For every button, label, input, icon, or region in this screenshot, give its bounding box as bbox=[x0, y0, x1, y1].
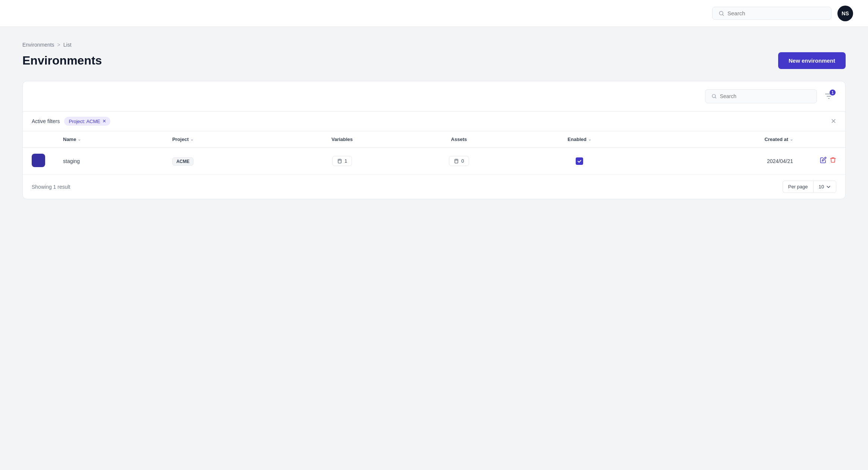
sort-icon-enabled: ⌄ bbox=[588, 137, 591, 142]
breadcrumb-separator: > bbox=[57, 42, 60, 48]
header-search-container[interactable] bbox=[712, 7, 831, 20]
col-sort-project[interactable]: Project ⌄ bbox=[172, 137, 194, 142]
col-sort-created-at[interactable]: Created at ⌄ bbox=[764, 137, 793, 142]
assets-count-button[interactable]: 0 bbox=[449, 156, 469, 166]
environment-color-swatch bbox=[32, 154, 45, 167]
col-header-enabled[interactable]: Enabled ⌄ bbox=[516, 131, 643, 148]
table-footer: Showing 1 result Per page 10 bbox=[23, 174, 845, 199]
col-header-variables: Variables bbox=[283, 131, 402, 148]
cell-created-at: 2024/04/21 bbox=[643, 148, 811, 175]
action-buttons bbox=[820, 157, 836, 165]
header-search-icon bbox=[718, 10, 724, 16]
table-toolbar: 1 bbox=[23, 81, 845, 112]
edit-button[interactable] bbox=[820, 157, 827, 165]
cell-name: staging bbox=[54, 148, 163, 175]
table-search-container[interactable] bbox=[705, 89, 817, 103]
delete-icon bbox=[830, 157, 836, 163]
table-search-icon bbox=[711, 93, 717, 99]
per-page-label: Per page bbox=[783, 181, 813, 193]
filter-tag-remove-button[interactable]: × bbox=[103, 118, 106, 124]
filters-close-button[interactable]: ✕ bbox=[831, 117, 836, 125]
variables-icon bbox=[337, 159, 342, 164]
table-card: 1 Active filters Project: ACME × ✕ bbox=[22, 81, 846, 199]
col-header-name[interactable]: Name ⌄ bbox=[54, 131, 163, 148]
cell-actions bbox=[811, 148, 845, 175]
col-header-project[interactable]: Project ⌄ bbox=[163, 131, 283, 148]
col-header-actions bbox=[811, 131, 845, 148]
table-row: staging ACME 1 bbox=[23, 148, 845, 175]
table-search-input[interactable] bbox=[720, 93, 811, 99]
active-filters-row: Active filters Project: ACME × ✕ bbox=[23, 112, 845, 131]
avatar[interactable]: NS bbox=[837, 6, 853, 21]
assets-count: 0 bbox=[461, 158, 464, 164]
sort-icon-name: ⌄ bbox=[78, 137, 81, 142]
enabled-checkbox[interactable] bbox=[576, 157, 583, 165]
environments-table: Name ⌄ Project ⌄ Variables Assets bbox=[23, 131, 845, 174]
per-page-value: 10 bbox=[819, 184, 824, 189]
header-search-input[interactable] bbox=[727, 10, 825, 16]
new-environment-button[interactable]: New environment bbox=[778, 52, 846, 69]
col-header-color bbox=[23, 131, 54, 148]
per-page-select[interactable]: 10 bbox=[813, 181, 836, 193]
cell-color bbox=[23, 148, 54, 175]
chevron-down-icon bbox=[826, 185, 831, 189]
project-badge[interactable]: ACME bbox=[172, 157, 194, 166]
cell-assets: 0 bbox=[402, 148, 516, 175]
per-page-control: Per page 10 bbox=[783, 181, 836, 193]
cell-enabled bbox=[516, 148, 643, 175]
assets-icon bbox=[454, 159, 459, 164]
sort-icon-project: ⌄ bbox=[190, 137, 194, 142]
variables-count-button[interactable]: 1 bbox=[332, 156, 352, 166]
filter-tag-project-acme: Project: ACME × bbox=[64, 117, 110, 126]
edit-icon bbox=[820, 157, 827, 163]
checkmark-icon bbox=[577, 159, 582, 163]
cell-project: ACME bbox=[163, 148, 283, 175]
breadcrumb-current: List bbox=[63, 42, 72, 48]
table-header: Name ⌄ Project ⌄ Variables Assets bbox=[23, 131, 845, 148]
page-header: Environments New environment bbox=[22, 52, 846, 69]
col-header-created-at[interactable]: Created at ⌄ bbox=[643, 131, 811, 148]
cell-variables: 1 bbox=[283, 148, 402, 175]
col-sort-name[interactable]: Name ⌄ bbox=[63, 137, 81, 142]
filter-tag-text: Project: ACME bbox=[69, 119, 100, 124]
filters-label: Active filters bbox=[32, 118, 60, 124]
variables-count: 1 bbox=[345, 158, 347, 164]
filters-left: Active filters Project: ACME × bbox=[32, 117, 110, 126]
delete-button[interactable] bbox=[830, 157, 836, 165]
sort-icon-created-at: ⌄ bbox=[790, 137, 793, 142]
col-header-assets: Assets bbox=[402, 131, 516, 148]
filter-button[interactable]: 1 bbox=[821, 89, 836, 104]
showing-results-text: Showing 1 result bbox=[32, 184, 70, 190]
breadcrumb-parent[interactable]: Environments bbox=[22, 42, 54, 48]
col-sort-enabled[interactable]: Enabled ⌄ bbox=[567, 137, 591, 142]
app-header: NS bbox=[0, 0, 868, 27]
page-title: Environments bbox=[22, 54, 102, 68]
main-content: Environments > List Environments New env… bbox=[0, 27, 868, 214]
filter-badge: 1 bbox=[830, 90, 836, 95]
breadcrumb: Environments > List bbox=[22, 42, 846, 48]
table-body: staging ACME 1 bbox=[23, 148, 845, 175]
